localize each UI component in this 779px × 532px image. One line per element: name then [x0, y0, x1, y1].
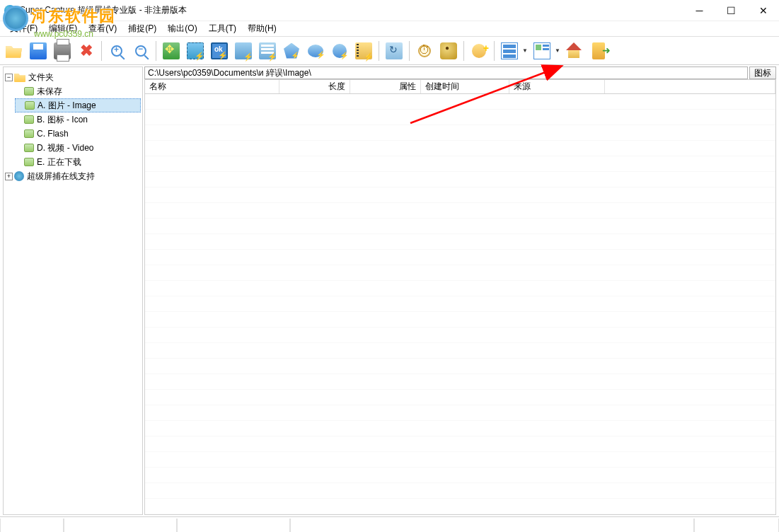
minimize-button[interactable]: ─ [683, 0, 715, 21]
zoom-out-button[interactable] [129, 40, 152, 62]
path-icon-button[interactable]: 图标 [749, 66, 776, 79]
status-cell-1 [0, 519, 64, 532]
title-bar: Super Capture 超级屏捕专业版 - 非注册版本 ─ ☐ ✕ [0, 0, 779, 21]
list-view[interactable]: 名称 长度 属性 创建时间 来源 [144, 79, 776, 515]
tree-item-image[interactable]: A. 图片 - Image [15, 98, 141, 112]
view-list-dropdown[interactable]: ▼ [498, 40, 529, 62]
zoom-in-icon [111, 45, 122, 57]
menu-icon [259, 42, 276, 59]
toolbar-separator [156, 41, 156, 61]
col-created[interactable]: 创建时间 [421, 80, 509, 93]
open-button[interactable] [3, 40, 25, 62]
item-icon [24, 115, 34, 124]
col-spacer [605, 80, 775, 93]
webcam-button[interactable] [437, 40, 460, 62]
capture-shape-button[interactable] [280, 40, 303, 62]
toolbar-separator [494, 41, 495, 61]
tree-item-icon[interactable]: B. 图标 - Icon [15, 112, 141, 127]
menu-tools[interactable]: 工具(T) [203, 21, 242, 36]
area-icon [187, 42, 204, 59]
tree-online-support[interactable]: + 超级屏捕在线支持 [5, 169, 141, 183]
tree-item-video[interactable]: D. 视频 - Video [15, 141, 141, 155]
tree-root-label: 文件夹 [28, 71, 54, 83]
ellipse-icon [308, 45, 323, 57]
print-button[interactable] [51, 40, 74, 62]
status-bar [0, 516, 779, 532]
menu-capture[interactable]: 捕捉(P) [122, 21, 162, 36]
capture-scroll-button[interactable] [232, 40, 255, 62]
maximize-button[interactable]: ☐ [715, 0, 747, 21]
folder-icon [14, 72, 25, 82]
exit-icon [592, 42, 605, 59]
item-icon [24, 158, 34, 166]
tree-pane[interactable]: − 文件夹 未保存 A. 图片 - Image B. 图标 - Icon C. … [3, 66, 143, 515]
capture-fullscreen-button[interactable] [160, 40, 183, 62]
expand-icon[interactable]: + [5, 173, 13, 180]
tree-root-folder[interactable]: − 文件夹 [5, 70, 141, 84]
content-pane: C:\Users\pc0359\Documents\и 綷误\Image\ 图标… [144, 66, 776, 515]
video-icon [355, 42, 372, 59]
wizard-icon [472, 44, 486, 58]
zoom-out-icon [135, 45, 146, 57]
webcam-icon [440, 42, 457, 59]
exit-button[interactable] [587, 40, 610, 62]
capture-video-button[interactable] [352, 40, 375, 62]
menu-edit[interactable]: 编辑(E) [43, 21, 83, 36]
status-cell-fill [290, 519, 694, 532]
capture-window-button[interactable] [208, 40, 231, 62]
menu-bar: 文件(F) 编辑(E) 查看(V) 捕捉(P) 输出(O) 工具(T) 帮助(H… [0, 21, 779, 37]
tree-item-unsaved[interactable]: 未保存 [15, 84, 141, 98]
menu-view[interactable]: 查看(V) [83, 21, 122, 36]
capture-menu-button[interactable] [256, 40, 279, 62]
save-icon [30, 42, 47, 59]
toolbar-separator [463, 41, 464, 61]
zoom-in-button[interactable] [105, 40, 128, 62]
round-icon [333, 44, 347, 58]
menu-file[interactable]: 文件(F) [4, 21, 43, 36]
autoscroll-icon [386, 42, 403, 59]
save-button[interactable] [27, 40, 50, 62]
capture-ellipse-button[interactable] [304, 40, 327, 62]
globe-icon [14, 171, 24, 181]
col-length[interactable]: 长度 [279, 80, 350, 93]
tree-item-downloading[interactable]: E. 正在下载 [15, 155, 141, 169]
close-button[interactable]: ✕ [747, 0, 779, 21]
menu-output[interactable]: 输出(O) [162, 21, 202, 36]
home-button[interactable] [563, 40, 586, 62]
list-view-icon [501, 42, 518, 59]
capture-area-button[interactable] [184, 40, 207, 62]
col-name[interactable]: 名称 [145, 80, 279, 93]
path-input[interactable]: C:\Users\pc0359\Documents\и 綷误\Image\ [144, 66, 748, 79]
delete-button[interactable]: ✖ [75, 40, 98, 62]
view-detail-dropdown[interactable]: ▼ [531, 40, 562, 62]
tree-item-flash[interactable]: C. Flash [15, 127, 141, 141]
detail-view-icon [533, 42, 550, 59]
toolbar-separator [409, 41, 410, 61]
autoscroll-button[interactable] [383, 40, 405, 62]
col-attr[interactable]: 属性 [350, 80, 421, 93]
window-controls: ─ ☐ ✕ [683, 0, 779, 21]
toolbar-separator [101, 41, 102, 61]
delete-icon: ✖ [78, 42, 95, 59]
toolbar: ✖ ▼ ▼ [0, 37, 779, 65]
wizard-button[interactable] [468, 40, 490, 62]
list-header: 名称 长度 属性 创建时间 来源 [145, 80, 775, 94]
col-source[interactable]: 来源 [509, 80, 605, 93]
window-icon [211, 42, 228, 59]
item-icon [24, 87, 34, 96]
chevron-down-icon: ▼ [553, 40, 562, 62]
status-cell-3 [177, 519, 290, 532]
path-bar: C:\Users\pc0359\Documents\и 綷误\Image\ 图标 [144, 66, 776, 79]
capture-round-button[interactable] [328, 40, 351, 62]
timer-button[interactable] [413, 40, 436, 62]
status-cell-2 [64, 519, 177, 532]
status-cell-4 [694, 519, 779, 532]
timer-icon [418, 45, 431, 57]
title-text: Super Capture 超级屏捕专业版 - 非注册版本 [20, 4, 683, 16]
list-body[interactable] [145, 94, 775, 514]
home-icon [566, 42, 583, 59]
collapse-icon[interactable]: − [5, 74, 13, 81]
app-icon [4, 5, 16, 16]
fullscreen-icon [163, 42, 180, 59]
menu-help[interactable]: 帮助(H) [242, 21, 282, 36]
